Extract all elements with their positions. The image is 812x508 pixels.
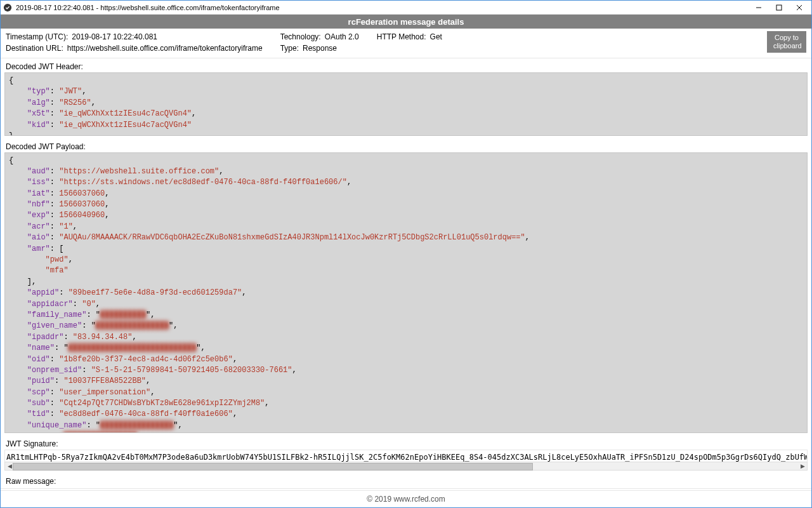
minimize-button[interactable] [749, 1, 768, 14]
footer-copyright: © 2019 www.rcfed.com [1, 490, 811, 507]
page-banner: rcFederation message details [1, 15, 811, 29]
app-icon [3, 3, 12, 12]
window-title: 2019-08-17 10:22:40.081 - https://webshe… [16, 4, 749, 11]
close-button[interactable] [790, 1, 809, 14]
jwt-header-code: { "typ": "JWT", "alg": "RS256", "x5t": "… [4, 72, 808, 136]
method-value: Get [430, 31, 442, 43]
timestamp-label: Timestamp (UTC): [6, 31, 68, 43]
jwt-signature-value: AR1tmLHTPqb-5Rya7zIkmQA2vE4bT0MxM7P3ode8… [4, 450, 808, 462]
maximize-button[interactable] [769, 1, 789, 14]
type-label: Type: [280, 43, 299, 54]
tech-value: OAuth 2.0 [325, 31, 359, 43]
scroll-right-icon[interactable]: ▶ [798, 462, 807, 470]
jwt-header-label: Decoded JWT Header: [1, 60, 811, 72]
tech-label: Technology: [280, 31, 321, 43]
copy-to-clipboard-button[interactable]: Copy to clipboard [767, 31, 806, 53]
type-value: Response [303, 43, 337, 54]
meta-panel: Timestamp (UTC):2019-08-17 10:22:40.081 … [1, 29, 811, 57]
jwt-payload-label: Decoded JWT Payload: [1, 140, 811, 152]
dest-value: https://webshell.suite.office.com/iframe… [67, 43, 263, 54]
svg-rect-2 [776, 5, 782, 10]
window-titlebar: 2019-08-17 10:22:40.081 - https://webshe… [1, 1, 811, 15]
dest-label: Destination URL: [6, 43, 63, 54]
scrollbar-thumb[interactable] [13, 463, 533, 471]
jwt-signature-label: JWT Signature: [1, 437, 811, 450]
raw-message-label: Raw message: [1, 474, 811, 487]
jwt-payload-code: { "aud": "https://webshell.suite.office.… [4, 152, 808, 434]
signature-scrollbar[interactable]: ◀ ▶ [4, 462, 808, 471]
timestamp-value: 2019-08-17 10:22:40.081 [72, 31, 157, 43]
method-label: HTTP Method: [377, 31, 426, 43]
